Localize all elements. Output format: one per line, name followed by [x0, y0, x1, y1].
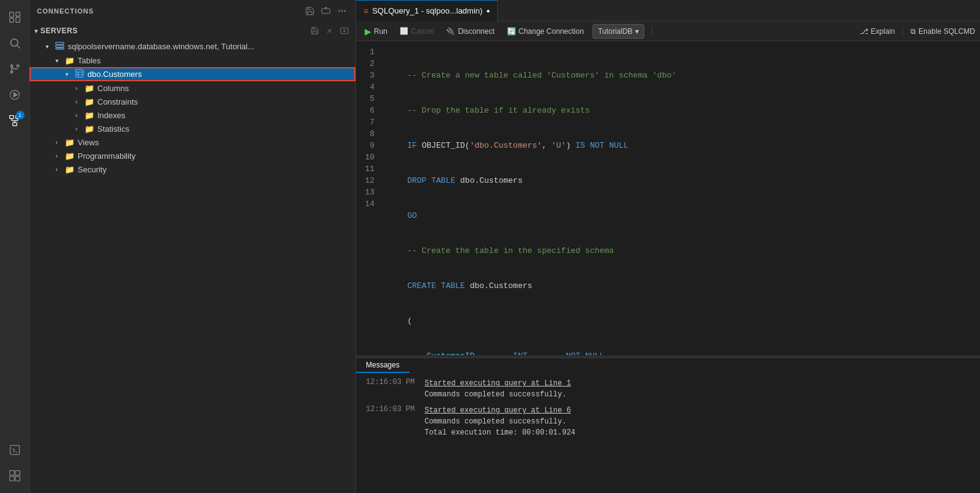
disconnect-button[interactable]: 🔌 Disconnect [442, 26, 498, 37]
change-connection-button[interactable]: 🔄 Change Connection [503, 26, 588, 37]
query-tab[interactable]: ≡ SQLQuery_1 - sqlpoo...ladmin) ● [356, 0, 498, 22]
extensions-icon[interactable] [2, 463, 27, 488]
views-node[interactable]: › 📁 Views [30, 135, 355, 149]
code-line-6: -- Create the table in the specified sch… [388, 245, 980, 257]
svg-rect-22 [9, 471, 14, 476]
svg-point-8 [17, 65, 18, 66]
line-num-10: 10 [356, 151, 377, 163]
enable-sqlcmd-button[interactable]: ⧉ Enable SQLCMD [910, 27, 975, 36]
cancel-icon: ⬜ [400, 27, 408, 35]
toolbar-divider-2 [902, 26, 903, 36]
messages-tab-label: Messages [366, 361, 400, 369]
indexes-node[interactable]: › 📁 Indexes [30, 108, 355, 122]
tables-label: Tables [78, 56, 101, 65]
code-line-9: CustomerID INT NOT NULL, [388, 350, 980, 355]
tab-bar: ≡ SQLQuery_1 - sqlpoo...ladmin) ● [356, 0, 980, 22]
columns-label: Columns [97, 84, 129, 93]
security-folder-icon: 📁 [64, 165, 75, 174]
servers-section-header[interactable]: ▾ SERVERS [30, 22, 355, 39]
server-expand-arrow: ▾ [42, 43, 52, 50]
message-link-1: Started executing query at Line 1 [424, 379, 571, 388]
message-link-2: Started executing query at Line 6 [424, 406, 571, 415]
server-add-icon[interactable] [338, 25, 350, 37]
activity-bar-top: 1 [2, 5, 27, 435]
tab-dot: ● [486, 7, 490, 14]
indexes-label: Indexes [97, 111, 126, 120]
files-icon[interactable] [2, 5, 27, 30]
svg-rect-1 [15, 17, 19, 22]
explain-button[interactable]: ⎇ Explain [860, 27, 895, 36]
svg-rect-35 [76, 70, 83, 77]
explain-icon: ⎇ [860, 27, 869, 36]
terminal-icon[interactable] [2, 438, 27, 462]
programmability-node[interactable]: › 📁 Programmability [30, 149, 355, 162]
new-connection-icon[interactable] [320, 5, 332, 17]
messages-panel: Messages 12:16:03 PM Started executing q… [356, 358, 980, 493]
search-icon[interactable] [2, 31, 27, 55]
dbo-customers-node[interactable]: ▾ dbo.Customers [30, 67, 355, 81]
activity-bar-bottom [2, 438, 27, 493]
run-button[interactable]: ▶ Run [361, 25, 391, 38]
line-num-9: 9 [356, 140, 377, 151]
svg-rect-0 [9, 12, 13, 17]
svg-rect-3 [9, 18, 13, 22]
constraints-arrow: › [71, 98, 81, 105]
line-num-8: 8 [356, 128, 377, 140]
security-node[interactable]: › 📁 Security [30, 162, 355, 176]
line-num-5: 5 [356, 93, 377, 105]
connections-icon[interactable]: 1 [2, 108, 27, 133]
run-icon: ▶ [365, 26, 371, 36]
code-content[interactable]: -- Create a new table called 'Customers'… [381, 41, 980, 355]
columns-folder-icon: 📁 [84, 84, 95, 93]
svg-rect-25 [15, 476, 20, 481]
views-label: Views [78, 138, 99, 147]
svg-point-6 [10, 65, 12, 66]
disconnect-label: Disconnect [458, 27, 494, 36]
message-text-2: Started executing query at Line 6 Comman… [424, 405, 575, 438]
statistics-node[interactable]: › 📁 Statistics [30, 122, 355, 135]
sql-tab-icon: ≡ [363, 6, 368, 16]
code-line-2: -- Drop the table if it already exists [388, 105, 980, 116]
svg-rect-12 [9, 116, 14, 119]
message-body-1: Commands completed successfully. [424, 390, 566, 399]
code-line-8: ( [388, 315, 980, 327]
code-editor[interactable]: 1 2 3 4 5 6 7 8 9 10 11 12 13 14 -- Crea… [356, 41, 980, 355]
database-dropdown[interactable]: TutorialDB ▾ [593, 24, 644, 39]
badge: 1 [16, 111, 25, 119]
server-save-icon[interactable] [309, 25, 321, 37]
tables-folder-icon: 📁 [64, 56, 75, 65]
sidebar-header: CONNECTIONS ⋯ [30, 0, 355, 22]
server-node[interactable]: ▾ sqlpoolservername.database.windows.net… [30, 39, 355, 54]
svg-point-4 [10, 39, 18, 46]
statistics-folder-icon: 📁 [84, 124, 95, 134]
run-debug-icon[interactable] [2, 82, 27, 107]
prog-arrow: › [52, 153, 62, 159]
message-time-2: 12:16:03 PM [366, 405, 415, 414]
indexes-folder-icon: 📁 [84, 111, 95, 120]
servers-label: SERVERS [41, 26, 78, 35]
save-icon[interactable] [304, 5, 316, 17]
source-control-icon[interactable] [2, 57, 27, 81]
message-text-1: Started executing query at Line 1 Comman… [424, 378, 571, 400]
more-options-icon[interactable]: ⋯ [336, 5, 348, 17]
messages-tab[interactable]: Messages [356, 358, 410, 373]
tables-expand-arrow: ▾ [52, 57, 62, 64]
tables-node[interactable]: ▾ 📁 Tables [30, 54, 355, 67]
svg-rect-26 [322, 9, 330, 14]
messages-content: 12:16:03 PM Started executing query at L… [356, 373, 980, 493]
main-content: ≡ SQLQuery_1 - sqlpoo...ladmin) ● ▶ Run … [356, 0, 980, 493]
line-num-11: 11 [356, 163, 377, 175]
columns-arrow: › [71, 85, 81, 92]
columns-node[interactable]: › 📁 Columns [30, 81, 355, 95]
server-disconnect-icon[interactable] [323, 25, 336, 37]
editor-area: 1 2 3 4 5 6 7 8 9 10 11 12 13 14 -- Crea… [356, 41, 980, 493]
code-line-4: DROP TABLE dbo.Customers [388, 175, 980, 186]
svg-point-7 [10, 71, 12, 73]
views-arrow: › [52, 139, 62, 146]
tab-title: SQLQuery_1 - sqlpoo...ladmin) [372, 6, 482, 15]
cancel-button[interactable]: ⬜ Cancel [396, 26, 437, 37]
programmability-folder-icon: 📁 [64, 151, 75, 161]
constraints-node[interactable]: › 📁 Constraints [30, 95, 355, 108]
change-connection-icon: 🔄 [507, 27, 516, 36]
constraints-label: Constraints [97, 97, 138, 106]
